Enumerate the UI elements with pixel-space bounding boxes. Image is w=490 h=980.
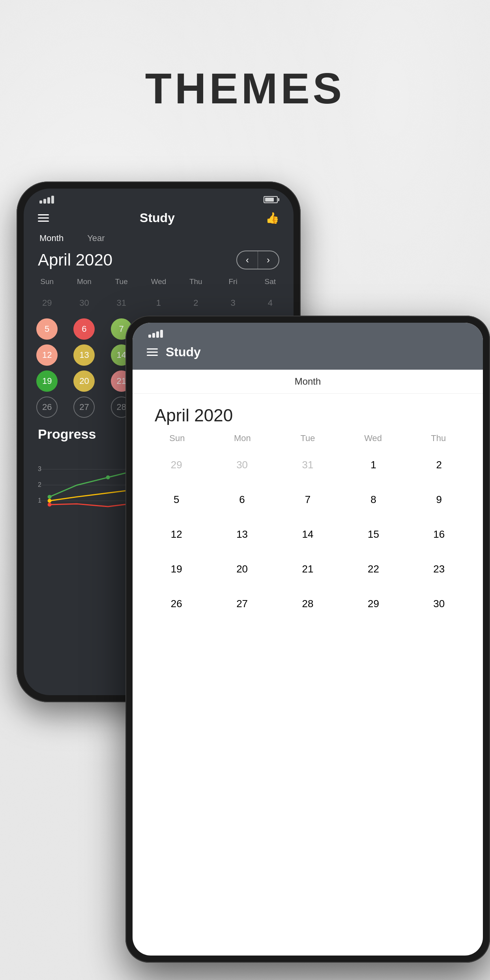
- menu-icon-light[interactable]: [147, 348, 158, 356]
- cal-content-light: April 2020 Sun Mon Tue Wed Thu 29 30 31 …: [133, 394, 483, 625]
- lday-7[interactable]: 7: [294, 485, 322, 514]
- day-29-prev: 29: [36, 292, 58, 314]
- next-month-dark[interactable]: ›: [258, 251, 279, 269]
- tab-month-light[interactable]: Month: [295, 376, 321, 387]
- lday-16[interactable]: 16: [425, 520, 453, 548]
- lday-29p: 29: [162, 451, 191, 479]
- day-12[interactable]: 12: [36, 344, 58, 366]
- lday-12[interactable]: 12: [162, 520, 191, 548]
- day-30-prev: 30: [73, 292, 95, 314]
- tab-row-light: Month: [133, 370, 483, 394]
- day-19[interactable]: 19: [36, 370, 58, 392]
- light-cal-week-3: 19 20 21 22 23: [140, 552, 475, 586]
- tab-year-dark[interactable]: Year: [87, 233, 105, 243]
- weekday-row-light: Sun Mon Tue Wed Thu: [140, 429, 475, 447]
- lday-26[interactable]: 26: [162, 589, 191, 618]
- lday-20[interactable]: 20: [228, 555, 256, 583]
- thumb-icon-dark: 👍: [266, 211, 279, 224]
- lday-30[interactable]: 30: [425, 589, 453, 618]
- light-screen: Study Month April 2020 Sun Mon Tue Wed T…: [133, 323, 483, 956]
- app-header-dark: Study 👍: [24, 208, 294, 232]
- day-20[interactable]: 20: [73, 370, 95, 392]
- month-year-dark: April 2020: [38, 251, 112, 269]
- lday-5[interactable]: 5: [162, 485, 191, 514]
- phone-front: Study Month April 2020 Sun Mon Tue Wed T…: [125, 316, 490, 963]
- light-cal-week-2: 12 13 14 15 16: [140, 517, 475, 552]
- lday-9[interactable]: 9: [425, 485, 453, 514]
- themes-heading: THEMES: [0, 63, 490, 113]
- svg-point-1: [106, 475, 110, 479]
- app-header-light: Study: [133, 342, 483, 366]
- lday-13[interactable]: 13: [228, 520, 256, 548]
- day-31-prev: 31: [111, 292, 132, 314]
- status-bar-light: Study: [133, 323, 483, 370]
- prev-month-dark[interactable]: ‹: [237, 251, 258, 269]
- lday-31p: 31: [294, 451, 322, 479]
- lday-14[interactable]: 14: [294, 520, 322, 548]
- app-title-dark: Study: [140, 211, 175, 225]
- menu-icon-dark[interactable]: [38, 214, 49, 222]
- status-bar-dark: [24, 189, 294, 208]
- battery-icon: [264, 196, 278, 203]
- lday-23[interactable]: 23: [425, 555, 453, 583]
- lday-8[interactable]: 8: [359, 485, 387, 514]
- lday-19[interactable]: 19: [162, 555, 191, 583]
- day-4[interactable]: 4: [260, 292, 281, 314]
- day-13[interactable]: 13: [73, 344, 95, 366]
- lday-15[interactable]: 15: [359, 520, 387, 548]
- signal-icon: [39, 196, 54, 204]
- lday-2[interactable]: 2: [425, 451, 453, 479]
- svg-point-4: [48, 499, 52, 503]
- lday-28[interactable]: 28: [294, 589, 322, 618]
- cal-week-0: 29 30 31 1 2 3 4: [24, 290, 294, 316]
- app-title-light: Study: [166, 345, 201, 359]
- tab-month-dark[interactable]: Month: [39, 233, 64, 243]
- lday-30p: 30: [228, 451, 256, 479]
- lday-21[interactable]: 21: [294, 555, 322, 583]
- month-year-light: April 2020: [140, 398, 475, 429]
- weekday-row-dark: Sun Mon Tue Wed Thu Fri Sat: [24, 273, 294, 290]
- lday-22[interactable]: 22: [359, 555, 387, 583]
- cal-header-dark: April 2020 ‹ ›: [24, 245, 294, 273]
- light-cal-week-0: 29 30 31 1 2: [140, 447, 475, 482]
- tab-row-dark: Month Year: [24, 232, 294, 245]
- day-3[interactable]: 3: [223, 292, 244, 314]
- lday-27[interactable]: 27: [228, 589, 256, 618]
- light-cal-week-1: 5 6 7 8 9: [140, 482, 475, 517]
- lday-1[interactable]: 1: [359, 451, 387, 479]
- svg-point-7: [48, 503, 52, 507]
- day-26[interactable]: 26: [36, 396, 58, 418]
- day-6[interactable]: 6: [73, 318, 95, 340]
- day-2[interactable]: 2: [185, 292, 206, 314]
- lday-29[interactable]: 29: [359, 589, 387, 618]
- day-5[interactable]: 5: [36, 318, 58, 340]
- day-27[interactable]: 27: [73, 396, 95, 418]
- signal-icon-light: [148, 330, 163, 338]
- lday-6[interactable]: 6: [228, 485, 256, 514]
- light-cal-week-4: 26 27 28 29 30: [140, 586, 475, 621]
- day-1[interactable]: 1: [148, 292, 169, 314]
- svg-point-0: [48, 495, 52, 499]
- cal-nav-dark[interactable]: ‹ ›: [236, 251, 279, 269]
